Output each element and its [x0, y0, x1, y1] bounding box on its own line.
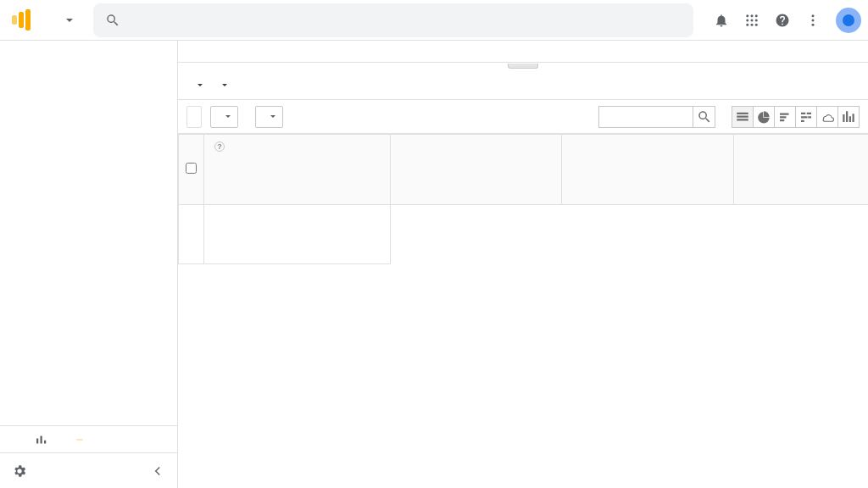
svg-point-11: [812, 23, 815, 25]
chevron-down-icon: [270, 115, 275, 120]
svg-point-9: [812, 14, 815, 17]
search-bar[interactable]: [93, 3, 693, 37]
secondary-dimension-dropdown[interactable]: [210, 106, 238, 128]
svg-point-3: [746, 19, 748, 21]
ga-logo[interactable]: [12, 9, 31, 30]
svg-point-5: [755, 19, 758, 21]
group-conversions: [733, 135, 868, 205]
view-table-icon[interactable]: [732, 106, 754, 128]
table-search-input[interactable]: [599, 107, 693, 127]
primary-dimension-value[interactable]: [195, 79, 203, 91]
group-behaviour: [562, 135, 733, 205]
chevron-down-icon: [66, 19, 73, 25]
svg-point-6: [746, 23, 748, 25]
chevron-down-icon: [225, 115, 231, 120]
plot-rows-button: [186, 106, 202, 128]
svg-point-2: [755, 14, 758, 17]
svg-point-0: [746, 14, 748, 17]
svg-point-10: [812, 19, 815, 21]
sidebar-nav: [0, 41, 177, 425]
primary-dimension-keyword[interactable]: [220, 79, 227, 91]
group-acquisition: [391, 135, 562, 205]
view-bar-icon[interactable]: [774, 106, 796, 128]
sidebar-section-reports: [0, 46, 177, 58]
attribution-icon: [34, 432, 49, 447]
drag-handle[interactable]: [178, 63, 868, 69]
help-icon[interactable]: [775, 13, 790, 28]
table-search-go[interactable]: [693, 107, 715, 127]
data-table: ?: [178, 134, 868, 264]
select-all-checkbox[interactable]: [186, 163, 197, 174]
svg-point-1: [751, 14, 754, 17]
chevron-down-icon: [222, 84, 227, 89]
view-cloud-icon[interactable]: [816, 106, 838, 128]
apps-icon[interactable]: [744, 13, 760, 28]
search-icon: [105, 13, 120, 28]
sort-type-dropdown[interactable]: [255, 106, 283, 128]
chevron-down-icon: [198, 84, 203, 89]
svg-point-4: [751, 19, 754, 21]
account-picker[interactable]: [63, 17, 73, 24]
select-all-header: [179, 135, 204, 205]
sidebar-item-attribution[interactable]: [0, 425, 177, 452]
search-icon: [697, 109, 712, 125]
primary-dimension-bar: [178, 69, 868, 100]
help-icon[interactable]: ?: [214, 141, 225, 152]
view-pie-icon[interactable]: [753, 106, 775, 128]
avatar[interactable]: [836, 8, 861, 33]
table-controls: [178, 100, 868, 134]
view-pivot-icon[interactable]: [837, 106, 860, 128]
more-vert-icon[interactable]: [805, 13, 821, 28]
table-search[interactable]: [598, 106, 715, 128]
gear-icon[interactable]: [12, 463, 27, 479]
timeline-axis: [178, 41, 868, 63]
view-switcher: [732, 106, 860, 128]
bell-icon[interactable]: [714, 13, 729, 28]
beta-badge: [76, 439, 83, 441]
svg-point-8: [755, 23, 758, 25]
collapse-icon[interactable]: [150, 463, 165, 479]
view-comparison-icon[interactable]: [795, 106, 817, 128]
svg-point-7: [751, 23, 754, 25]
keyword-header[interactable]: ?: [204, 135, 391, 205]
